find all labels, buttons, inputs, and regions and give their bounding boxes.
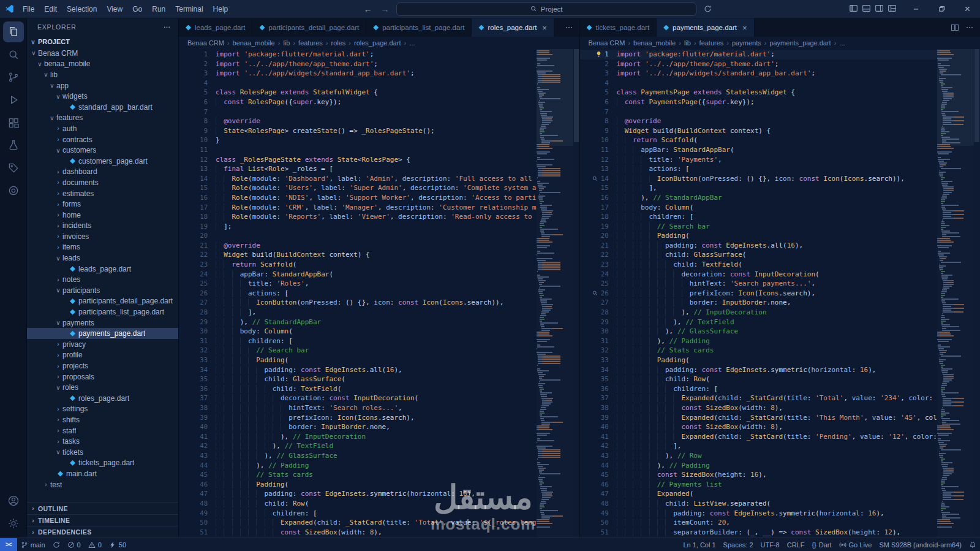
- tree-folder-tasks[interactable]: ›tasks: [27, 436, 178, 447]
- breadcrumb-item[interactable]: lib: [684, 39, 691, 47]
- code-line[interactable]: 8 @override: [179, 116, 537, 126]
- tree-file-standard-app-bar-dart[interactable]: standard_app_bar.dart: [27, 102, 178, 113]
- tree-folder-benaa-mobile[interactable]: ∨benaa_mobile: [27, 59, 178, 70]
- status-indentation[interactable]: Spaces: 2: [720, 538, 757, 551]
- tree-folder-leads[interactable]: ∨leads: [27, 253, 178, 264]
- tree-folder-test[interactable]: ›test: [27, 479, 178, 490]
- close-icon[interactable]: ×: [742, 23, 747, 32]
- tab-tickets-page-dart[interactable]: tickets_page.dart: [580, 18, 657, 37]
- code-line[interactable]: 9 State<RolesPage> createState() => _Rol…: [179, 126, 537, 136]
- tree-folder-projects[interactable]: ›projects: [27, 360, 178, 371]
- tree-folder-contracts[interactable]: ›contracts: [27, 134, 178, 145]
- status-todo-count[interactable]: 50: [105, 538, 130, 551]
- tree-folder-widgets[interactable]: ∨widgets: [27, 91, 178, 102]
- toggle-sidebar-icon[interactable]: [849, 4, 858, 15]
- breadcrumb-item[interactable]: features: [298, 39, 323, 47]
- code-line[interactable]: 19 // Search bar: [580, 222, 938, 232]
- toggle-panel-icon[interactable]: [862, 4, 871, 15]
- code-line[interactable]: 51 const SizedBox(width: 8),: [179, 528, 537, 538]
- code-line[interactable]: 1import 'package:flutter/material.dart';: [580, 50, 938, 59]
- status-device[interactable]: SM S928B (android-arm64): [875, 538, 965, 551]
- code-line[interactable]: 22 child: GlassSurface(: [580, 250, 938, 260]
- code-line[interactable]: 50 itemCount: 20,: [580, 518, 938, 528]
- project-section-header[interactable]: ∨ PROJECT: [27, 36, 178, 48]
- tree-folder-dashboard[interactable]: ›dashboard: [27, 167, 178, 178]
- tree-file-roles-page-dart[interactable]: roles_page.dart: [27, 393, 178, 404]
- tab-roles-page-dart[interactable]: roles_page.dart×: [472, 18, 554, 37]
- status-language-mode[interactable]: {}Dart: [808, 538, 835, 551]
- code-line[interactable]: 29 ), // StandardAppBar: [179, 317, 537, 327]
- code-line[interactable]: 40 border: InputBorder.none,: [179, 422, 537, 432]
- menu-file[interactable]: File: [18, 0, 39, 18]
- code-line[interactable]: 7: [179, 107, 537, 117]
- tree-folder-proposals[interactable]: ›proposals: [27, 371, 178, 382]
- activity-source-control-icon[interactable]: [3, 67, 24, 88]
- code-line[interactable]: 18 Role(module: 'Reports', label: 'Viewe…: [179, 212, 537, 222]
- code-line[interactable]: 4: [580, 78, 938, 88]
- tab-leads-page-dart[interactable]: leads_page.dart: [179, 18, 252, 37]
- scrollbar[interactable]: [974, 49, 980, 538]
- code-line[interactable]: 2import '../../app/theme/app_theme.dart'…: [179, 59, 537, 69]
- code-line[interactable]: 15 ],: [580, 183, 938, 193]
- code-line[interactable]: 29 ), // TextField: [580, 317, 938, 327]
- tree-file-participants-list-page-dart[interactable]: participants_list_page.dart: [27, 306, 178, 317]
- menu-edit[interactable]: Edit: [39, 0, 62, 18]
- code-line[interactable]: 36 child: TextField(: [179, 384, 537, 394]
- activity-tag-icon[interactable]: [3, 158, 24, 178]
- tree-folder-settings[interactable]: ›settings: [27, 404, 178, 415]
- tree-folder-profile[interactable]: ›profile: [27, 350, 178, 361]
- status-warnings[interactable]: 0: [85, 538, 105, 551]
- code-line[interactable]: 3import '../../app/widgets/standard_app_…: [580, 69, 938, 78]
- status-encoding[interactable]: UTF-8: [757, 538, 783, 551]
- code-line[interactable]: 26 prefixIcon: Icon(Icons.search),: [580, 289, 938, 298]
- code-line[interactable]: 35 child: GlassSurface(: [179, 374, 537, 384]
- split-editor-icon[interactable]: [948, 23, 962, 32]
- breadcrumb-item[interactable]: payments: [732, 39, 761, 47]
- code-line[interactable]: 39 Expanded(child: _StatCard(title: 'Thi…: [580, 413, 938, 423]
- more-actions-icon[interactable]: [163, 23, 171, 31]
- code-line[interactable]: 44 ), // Padding: [179, 461, 537, 471]
- code-line[interactable]: 45 // Stats cards: [179, 470, 537, 480]
- code-line[interactable]: 42 ],: [580, 441, 938, 451]
- code-line[interactable]: 44 ), // Padding: [580, 461, 938, 471]
- code-line[interactable]: 11: [179, 145, 537, 155]
- close-icon[interactable]: [954, 0, 980, 18]
- tree-folder-participants[interactable]: ∨participants: [27, 285, 178, 296]
- breadcrumb-item[interactable]: Benaa CRM: [187, 39, 224, 47]
- breadcrumb-item[interactable]: roles_page.dart: [354, 39, 401, 47]
- tree-folder-lib[interactable]: ∨lib: [27, 69, 178, 80]
- tree-folder-invoices[interactable]: ›invoices: [27, 231, 178, 242]
- search-icon[interactable]: [592, 175, 598, 182]
- tree-folder-documents[interactable]: ›documents: [27, 177, 178, 188]
- tree-file-participants-detail-page-dart[interactable]: participants_detail_page.dart: [27, 296, 178, 307]
- code-line[interactable]: 51 separatorBuilder: (_, __) => const Si…: [580, 528, 938, 538]
- breadcrumb-item[interactable]: ...: [839, 39, 845, 47]
- code-line[interactable]: 21 @override: [179, 241, 537, 251]
- code-line[interactable]: 28 ],: [179, 308, 537, 317]
- breadcrumb-item[interactable]: features: [699, 39, 724, 47]
- menu-go[interactable]: Go: [127, 0, 147, 18]
- tree-folder-shifts[interactable]: ›shifts: [27, 414, 178, 425]
- menu-terminal[interactable]: Terminal: [170, 0, 208, 18]
- activity-settings-icon[interactable]: [3, 513, 24, 534]
- breadcrumb-item[interactable]: Benaa CRM: [589, 39, 625, 47]
- tree-folder-items[interactable]: ›items: [27, 242, 178, 253]
- search-icon[interactable]: [592, 290, 598, 297]
- tree-folder-privacy[interactable]: ›privacy: [27, 339, 178, 350]
- code-editor[interactable]: 1import 'package:flutter/material.dart';…: [580, 49, 980, 538]
- code-line[interactable]: 32 // Search bar: [179, 346, 537, 355]
- code-line[interactable]: 49 children: [: [179, 509, 537, 519]
- activity-run-debug-icon[interactable]: [3, 89, 24, 110]
- code-line[interactable]: 46 // Payments list: [580, 480, 938, 490]
- code-line[interactable]: 38 hintText: 'Search roles...',: [179, 403, 537, 413]
- code-line[interactable]: 37 Expanded(child: _StatCard(title: 'Tot…: [580, 393, 938, 403]
- restore-icon[interactable]: [929, 0, 954, 18]
- code-line[interactable]: 24 decoration: const InputDecoration(: [580, 270, 938, 279]
- code-line[interactable]: 12 title: 'Payments',: [580, 155, 938, 165]
- code-line[interactable]: 49 padding: const EdgeInsets.symmetric(h…: [580, 509, 938, 519]
- code-line[interactable]: 34 padding: const EdgeInsets.all(16),: [179, 365, 537, 375]
- code-line[interactable]: 25 hintText: 'Search payments...',: [580, 279, 938, 289]
- code-line[interactable]: 19 ];: [179, 222, 537, 232]
- menu-help[interactable]: Help: [208, 0, 233, 18]
- minimap[interactable]: [537, 49, 573, 538]
